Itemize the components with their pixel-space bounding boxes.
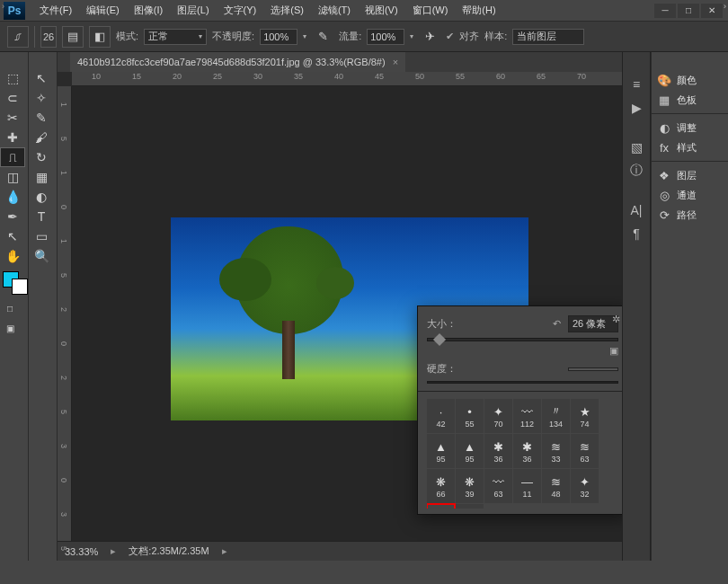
para-icon[interactable]: ¶ [624, 223, 649, 244]
panel-layers[interactable]: ❖图层 [652, 165, 728, 185]
menu-图像(I)[interactable]: 图像(I) [127, 2, 170, 19]
minimize-button[interactable]: ─ [654, 4, 676, 18]
tool-arrow[interactable]: ↖ [29, 68, 54, 88]
brush-preset-70[interactable]: ✦70 [484, 399, 512, 433]
tool-brush[interactable]: 🖌 [29, 128, 54, 147]
close-icon[interactable]: × [393, 57, 398, 67]
brush-thumb-icon: ≋ [547, 438, 565, 455]
tool-text[interactable]: T [29, 207, 54, 226]
tool-blur[interactable]: 💧 [0, 187, 25, 207]
flow-dropdown-icon[interactable]: ▾ [410, 32, 413, 40]
flow-input[interactable]: 100% [367, 29, 404, 45]
tool-stamp[interactable]: ⎍ [0, 147, 25, 167]
document-tab[interactable]: 4610b912c8fcc3cef90a7ae79845d688d53f201f… [70, 52, 405, 72]
tool-eraser[interactable]: ◫ [0, 167, 25, 187]
brush-size-num: 39 [465, 490, 474, 499]
tool-lasso[interactable]: ⊂ [0, 88, 25, 108]
brush-preset-134[interactable]: 〃134 [542, 399, 570, 433]
brush-preset-112[interactable]: 〰112 [513, 399, 541, 433]
tool-zoom[interactable]: 🔍 [29, 246, 54, 266]
close-button[interactable]: ✕ [701, 4, 723, 18]
tool-move[interactable]: ⬚ [0, 68, 25, 88]
tablet-opacity-icon[interactable]: ✎ [312, 26, 333, 48]
opacity-dropdown-icon[interactable]: ▾ [303, 32, 306, 40]
tool-wand[interactable]: ✧ [29, 88, 54, 108]
menu-编辑(E)[interactable]: 编辑(E) [79, 2, 127, 19]
menu-选择(S)[interactable]: 选择(S) [263, 2, 311, 19]
brush-preset-11[interactable]: —11 [513, 469, 541, 503]
brush-preset-95[interactable]: ▲95 [456, 434, 484, 468]
brush-pressure-icon[interactable]: ◧ [89, 26, 111, 48]
opacity-input[interactable]: 100% [260, 29, 297, 45]
mode-select[interactable]: 正常▾ [144, 29, 207, 45]
airbrush-icon[interactable]: ✈ [419, 26, 440, 48]
tool-gradient[interactable]: ▦ [29, 167, 54, 187]
tool-dodge[interactable]: ◐ [29, 187, 54, 207]
new-preset-icon[interactable]: ▣ [609, 345, 618, 356]
canvas[interactable]: ✲ 大小： ↶ 26 像素 ▣ 硬度： [72, 86, 622, 541]
panel-styles[interactable]: fx样式 [652, 137, 728, 157]
expand-icon[interactable]: › [2, 2, 4, 11]
sample-select[interactable]: 当前图层 [512, 29, 584, 45]
brush-preset-100[interactable]: ●100 [456, 504, 484, 509]
background-color[interactable] [12, 279, 28, 295]
maximize-button[interactable]: □ [678, 4, 699, 18]
brush-preset-95[interactable]: ▲95 [427, 434, 455, 468]
hardness-input[interactable] [568, 367, 618, 371]
menu-视图(V)[interactable]: 视图(V) [358, 2, 405, 19]
panel-color[interactable]: 🎨颜色 [652, 70, 728, 90]
quickmask-icon[interactable]: □ [4, 302, 16, 314]
menu-滤镜(T)[interactable]: 滤镜(T) [311, 2, 358, 19]
size-input[interactable]: 26 像素 [568, 315, 618, 332]
panel-channels[interactable]: ◎通道 [652, 185, 728, 205]
panel-swatches[interactable]: ▦色板 [652, 90, 728, 110]
brush-preset-grid: ·42•55✦70〰112〃134★74▲95▲95✱36✱36≋33≋63❋6… [427, 399, 618, 509]
tool-crop[interactable]: ✂ [0, 108, 25, 128]
brush-preset-55[interactable]: ●55 [427, 504, 455, 509]
screenmode-icon[interactable]: ▣ [4, 322, 16, 334]
brush-preset-33[interactable]: ≋33 [542, 434, 570, 468]
reset-icon[interactable]: ↶ [553, 318, 561, 330]
align-checkbox[interactable]: ✔ [446, 31, 454, 42]
brush-panel-icon[interactable]: ▤ [62, 26, 84, 48]
panel-paths[interactable]: ⟳路径 [652, 205, 728, 225]
brush-preset-66[interactable]: ❋66 [427, 469, 455, 503]
tool-pen[interactable]: ✒ [0, 207, 25, 226]
info-icon[interactable]: ⓘ [624, 160, 649, 181]
tool-history[interactable]: ↻ [29, 147, 54, 167]
expand-icon[interactable]: › [724, 2, 726, 11]
brush-size-control[interactable]: 26 [40, 26, 57, 48]
brush-preset-55[interactable]: •55 [456, 399, 484, 433]
tool-eyedrop[interactable]: ✎ [29, 108, 54, 128]
char-icon[interactable]: A| [624, 199, 649, 221]
menu-帮助(H)[interactable]: 帮助(H) [455, 2, 502, 19]
tool-preset-icon[interactable]: ⎎ [7, 26, 29, 48]
menu-文字(Y)[interactable]: 文字(Y) [217, 2, 264, 19]
tool-hand[interactable]: ✋ [0, 246, 25, 266]
brush-preset-63[interactable]: 〰63 [484, 469, 512, 503]
brush-preset-36[interactable]: ✱36 [484, 434, 512, 468]
left-tool-strip-2: ↖ ✧ ✎ 🖌 ↻ ▦ ◐ T ▭ 🔍 [29, 52, 58, 561]
brush-preset-48[interactable]: ≋48 [542, 469, 570, 503]
actions-icon[interactable]: ▶ [624, 97, 649, 119]
brush-preset-32[interactable]: ✦32 [571, 469, 599, 503]
tool-path[interactable]: ↖ [0, 226, 25, 246]
paths-icon: ⟳ [657, 208, 671, 222]
brush-preset-63[interactable]: ≋63 [571, 434, 599, 468]
hardness-slider[interactable] [427, 381, 618, 384]
brush-preset-74[interactable]: ★74 [571, 399, 599, 433]
tool-heal[interactable]: ✚ [0, 128, 25, 147]
brush-preset-39[interactable]: ❋39 [456, 469, 484, 503]
panel-adjust[interactable]: ◐调整 [652, 118, 728, 137]
history-icon[interactable]: ≡ [624, 74, 649, 95]
zoom-value[interactable]: 33.33% [65, 546, 98, 557]
brush-preset-42[interactable]: ·42 [427, 399, 455, 433]
properties-icon[interactable]: ▧ [624, 137, 649, 158]
menu-窗口(W)[interactable]: 窗口(W) [405, 2, 456, 19]
gear-icon[interactable]: ✲ [612, 314, 620, 325]
brush-preset-36[interactable]: ✱36 [513, 434, 541, 468]
menu-图层(L)[interactable]: 图层(L) [170, 2, 216, 19]
menu-文件(F)[interactable]: 文件(F) [32, 2, 79, 19]
tool-shape[interactable]: ▭ [29, 226, 54, 246]
size-slider[interactable] [427, 338, 618, 341]
